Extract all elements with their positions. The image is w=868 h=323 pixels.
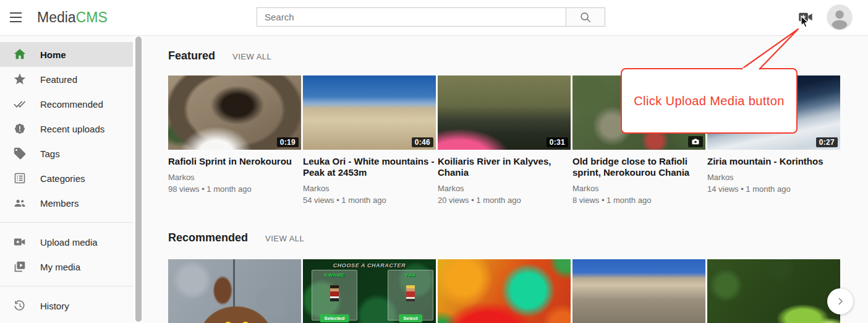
video-thumbnail[interactable]: CHOOSE A CHARACTER KWAME Selected YAA Se… <box>303 259 436 323</box>
video-thumbnail[interactable] <box>707 259 840 323</box>
video-thumbnail[interactable]: 0:31 <box>438 75 571 150</box>
character-name: YAA <box>388 272 433 278</box>
video-thumbnail[interactable]: 0:46 <box>303 75 436 150</box>
section-title: Featured <box>168 50 215 62</box>
sidebar-item-history[interactable]: History <box>0 293 133 318</box>
media-author: Markos <box>572 184 705 193</box>
logo[interactable]: MediaCMS <box>37 0 108 35</box>
new-releases-icon <box>13 122 27 136</box>
video-thumbnail[interactable] <box>168 259 301 323</box>
thumbnail-caption: CHOOSE A CHARACTER <box>303 262 436 269</box>
sidebar-divider <box>0 222 133 223</box>
star-icon <box>13 72 27 86</box>
duration-badge: 0:46 <box>412 137 433 147</box>
sidebar-item-label: Members <box>40 198 79 209</box>
sidebar-item-label: My media <box>40 262 80 272</box>
tooltip-text: Click Upload Media button <box>634 94 784 108</box>
search-bar <box>257 7 605 27</box>
view-all-link[interactable]: VIEW ALL <box>232 52 271 61</box>
sidebar-item-featured[interactable]: Featured <box>0 67 133 92</box>
duration-badge: 0:19 <box>277 137 299 147</box>
tooltip-callout: Click Upload Media button <box>621 68 798 134</box>
my-media-icon <box>13 260 27 273</box>
media-meta: 8 views • 1 month ago <box>572 196 705 205</box>
media-title[interactable]: Rafioli Sprint in Nerokourou <box>168 156 301 167</box>
media-meta: 20 views • 1 month ago <box>438 196 571 205</box>
image-media-badge <box>688 136 703 147</box>
media-card[interactable]: 0:46 Leuka Ori - White mountains - Peak … <box>303 75 436 218</box>
media-author: Markos <box>707 173 840 182</box>
sidebar-item-recent-uploads[interactable]: Recent uploads <box>0 116 133 141</box>
sidebar-item-recommended[interactable]: Recommended <box>0 92 133 116</box>
media-meta: 98 views • 1 month ago <box>168 184 301 194</box>
tag-icon <box>13 147 27 160</box>
select-button-label: Select <box>399 314 422 322</box>
recommended-section: Recommended VIEW ALL CHOOSE A CHARACTER … <box>168 231 842 323</box>
sidebar-item-label: History <box>40 301 69 311</box>
double-check-icon <box>13 97 27 111</box>
media-author: Markos <box>168 173 301 182</box>
sidebar-item-categories[interactable]: Categories <box>0 166 133 191</box>
history-icon <box>13 299 27 312</box>
media-card[interactable] <box>572 259 705 323</box>
sidebar-item-members[interactable]: Members <box>0 191 133 215</box>
video-thumbnail[interactable] <box>438 259 571 323</box>
sidebar-item-label: Upload media <box>40 237 98 248</box>
duration-badge: 0:31 <box>547 137 568 147</box>
sidebar-item-my-media[interactable]: My media <box>0 254 133 279</box>
character-sprite <box>406 285 415 301</box>
media-card[interactable] <box>707 259 840 323</box>
sidebar: Home Featured Recommended Recent uploads… <box>0 36 142 323</box>
categories-icon <box>13 171 27 185</box>
home-icon <box>13 48 27 61</box>
mouse-cursor <box>800 15 811 29</box>
media-card[interactable]: 0:31 Koiliaris River in Kalyves, Chania … <box>438 75 571 218</box>
members-icon <box>13 196 27 210</box>
view-all-link[interactable]: VIEW ALL <box>265 234 304 243</box>
sidebar-item-label: Home <box>40 50 66 60</box>
logo-media: Media <box>37 9 76 25</box>
character-panel: YAA Select <box>388 270 433 321</box>
media-title[interactable]: Old bridge close to Rafioli sprint, Nero… <box>572 156 705 178</box>
tooltip-pointer <box>734 25 804 73</box>
sidebar-item-home[interactable]: Home <box>0 42 133 67</box>
sidebar-item-upload-media[interactable]: Upload media <box>0 230 133 254</box>
sidebar-scrollbar-thumb[interactable] <box>135 37 142 322</box>
video-thumbnail[interactable]: 0:19 <box>168 75 301 150</box>
sidebar-item-tags[interactable]: Tags <box>0 141 133 166</box>
recommended-grid: CHOOSE A CHARACTER KWAME Selected YAA Se… <box>168 259 842 323</box>
chevron-right-icon <box>834 295 846 308</box>
media-meta: 54 views • 1 month ago <box>303 196 436 205</box>
character-sprite <box>330 285 339 301</box>
media-title[interactable]: Ziria mountain - Korinthos <box>707 156 840 167</box>
character-panel: KWAME Selected <box>312 270 357 321</box>
logo-cms: CMS <box>76 9 108 25</box>
carousel-next-button[interactable] <box>827 288 853 314</box>
media-card[interactable] <box>438 259 571 323</box>
media-author: Markos <box>303 184 436 193</box>
media-title[interactable]: Koiliaris River in Kalyves, Chania <box>438 156 571 178</box>
sidebar-item-label: Recommended <box>40 99 103 110</box>
user-icon <box>827 4 853 30</box>
sidebar-item-label: Featured <box>40 74 77 85</box>
camera-icon <box>691 137 700 146</box>
menu-button[interactable] <box>9 10 25 25</box>
sidebar-item-label: Categories <box>40 173 85 184</box>
search-button[interactable] <box>566 7 605 27</box>
video-thumbnail[interactable] <box>572 259 705 323</box>
sidebar-item-label: Recent uploads <box>40 124 104 134</box>
media-card[interactable]: CHOOSE A CHARACTER KWAME Selected YAA Se… <box>303 259 436 323</box>
upload-media-icon <box>13 235 27 249</box>
media-card[interactable]: 0:19 Rafioli Sprint in Nerokourou Markos… <box>168 75 301 218</box>
media-card[interactable] <box>168 259 301 323</box>
search-icon <box>579 11 592 24</box>
sidebar-divider <box>0 286 133 286</box>
sidebar-item-label: Tags <box>40 149 60 159</box>
section-title: Recommended <box>168 231 248 244</box>
selected-button-label: Selected <box>320 314 349 322</box>
search-input[interactable] <box>257 7 566 27</box>
avatar[interactable] <box>827 4 853 30</box>
media-title[interactable]: Leuka Ori - White mountains - Peak at 24… <box>303 156 436 178</box>
media-author: Markos <box>438 184 571 193</box>
duration-badge: 0:27 <box>816 137 838 147</box>
